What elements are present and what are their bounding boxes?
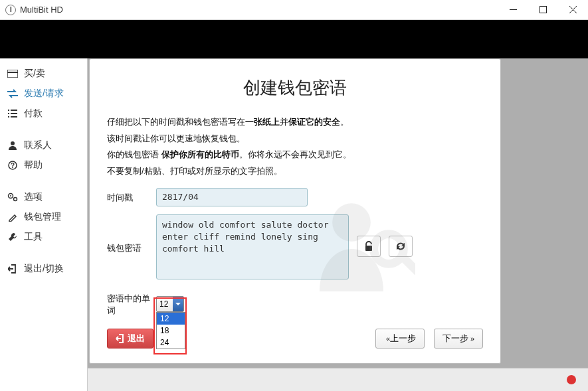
sidebar-item-help[interactable]: ? 帮助 bbox=[0, 155, 87, 175]
sidebar-item-label: 钱包管理 bbox=[24, 211, 61, 223]
wordcount-dropdown[interactable]: 12 18 24 bbox=[156, 312, 185, 349]
svg-point-9 bbox=[332, 203, 371, 242]
sidebar-item-contacts[interactable]: 联系人 bbox=[0, 135, 87, 155]
svg-rect-0 bbox=[540, 7, 547, 13]
sidebar-item-label: 付款 bbox=[24, 108, 43, 119]
wordcount-select[interactable]: 12 bbox=[156, 296, 184, 312]
window-title: MultiBit HD bbox=[20, 5, 63, 15]
svg-point-3 bbox=[11, 141, 15, 145]
transfer-icon bbox=[7, 89, 19, 98]
svg-rect-2 bbox=[7, 72, 18, 73]
watermark-icon bbox=[309, 191, 415, 299]
sidebar-item-label: 联系人 bbox=[24, 139, 52, 151]
status-indicator bbox=[567, 375, 576, 384]
titlebar: MultiBit HD bbox=[0, 0, 588, 20]
gears-icon bbox=[7, 193, 19, 202]
svg-point-8 bbox=[14, 198, 17, 201]
wrench-icon bbox=[7, 232, 19, 242]
sidebar-item-wallet-mgmt[interactable]: 钱包管理 bbox=[0, 207, 87, 227]
dropdown-option[interactable]: 12 bbox=[157, 313, 185, 325]
timestamp-input[interactable] bbox=[156, 188, 308, 206]
wordcount-label: 密语中的单词 bbox=[107, 291, 156, 317]
user-icon bbox=[7, 141, 19, 150]
maximize-button[interactable] bbox=[528, 0, 558, 20]
svg-point-7 bbox=[10, 195, 11, 196]
dropdown-option[interactable]: 24 bbox=[157, 337, 185, 349]
list-icon bbox=[7, 110, 19, 117]
instruction-text: 仔细把以下的时间戳和钱包密语写在一张纸上并保证它的安全。 该时间戳让你可以更速地… bbox=[107, 114, 483, 180]
sidebar-item-label: 帮助 bbox=[24, 159, 43, 171]
svg-text:?: ? bbox=[11, 162, 15, 169]
close-button[interactable] bbox=[558, 0, 588, 20]
next-button[interactable]: 下一步 » bbox=[434, 329, 483, 349]
timestamp-label: 时间戳 bbox=[107, 188, 156, 204]
sidebar: 买/卖 发送/请求 付款 联系人 ? 帮助 选项 钱包管理 bbox=[0, 58, 88, 391]
chevron-left-icon: « bbox=[386, 335, 388, 343]
help-icon: ? bbox=[7, 161, 19, 170]
sidebar-item-label: 买/卖 bbox=[24, 68, 45, 80]
sidebar-item-send-request[interactable]: 发送/请求 bbox=[0, 84, 87, 104]
sidebar-item-buy-sell[interactable]: 买/卖 bbox=[0, 64, 87, 84]
sidebar-item-label: 工具 bbox=[24, 231, 43, 243]
chevron-right-icon: » bbox=[470, 335, 472, 343]
sidebar-item-label: 选项 bbox=[24, 191, 43, 203]
sidebar-item-label: 发送/请求 bbox=[24, 88, 64, 100]
svg-rect-1 bbox=[7, 70, 18, 78]
exit-button[interactable]: 退出 bbox=[107, 329, 153, 349]
seed-label: 钱包密语 bbox=[107, 214, 156, 254]
chevron-down-icon bbox=[173, 297, 183, 311]
create-wallet-dialog: 创建钱包密语 仔细把以下的时间戳和钱包密语写在一张纸上并保证它的安全。 该时间戳… bbox=[89, 58, 501, 364]
card-icon bbox=[7, 70, 19, 78]
prev-button[interactable]: « 上一步 bbox=[375, 329, 425, 349]
dropdown-option[interactable]: 18 bbox=[157, 325, 185, 337]
sidebar-item-options[interactable]: 选项 bbox=[0, 187, 87, 207]
sidebar-item-tools[interactable]: 工具 bbox=[0, 227, 87, 247]
signout-icon bbox=[7, 264, 19, 274]
status-bar bbox=[88, 368, 588, 391]
header-bar bbox=[0, 20, 588, 58]
sidebar-item-label: 退出/切换 bbox=[24, 263, 64, 275]
edit-icon bbox=[7, 212, 19, 222]
sidebar-item-payments[interactable]: 付款 bbox=[0, 104, 87, 123]
dialog-title: 创建钱包密语 bbox=[107, 76, 483, 100]
app-icon bbox=[5, 5, 16, 15]
minimize-button[interactable] bbox=[498, 0, 528, 20]
sidebar-item-exit-switch[interactable]: 退出/切换 bbox=[0, 259, 87, 279]
